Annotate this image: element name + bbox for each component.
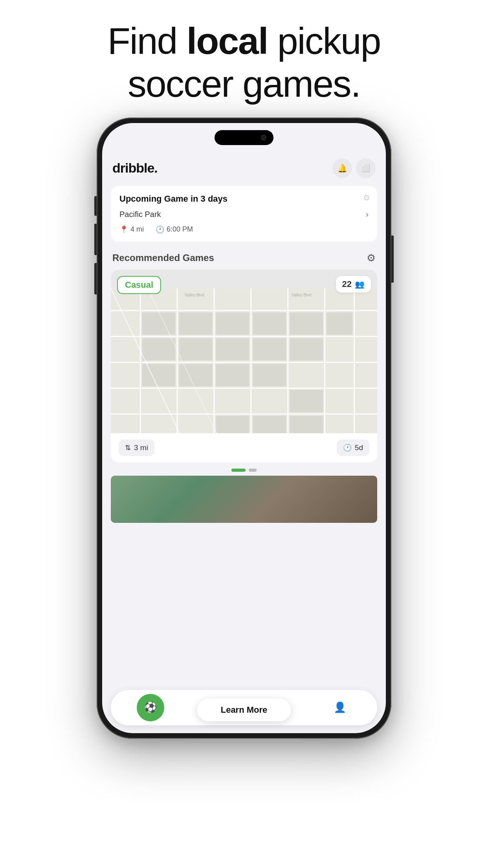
route-icon: ⇅: [125, 443, 131, 452]
svg-rect-19: [327, 312, 352, 334]
svg-rect-14: [142, 338, 176, 360]
dot-1: [231, 469, 246, 472]
recommended-settings-icon[interactable]: ⚙: [367, 252, 376, 264]
hero-text: Find local pickup soccer games.: [108, 20, 381, 106]
svg-text:Valley Blvd: Valley Blvd: [292, 293, 312, 297]
svg-rect-13: [142, 312, 176, 334]
dot-2: [249, 469, 257, 472]
card-distance: 3 mi: [134, 443, 148, 452]
learn-more-label: Learn More: [221, 705, 268, 715]
chevron-right-icon[interactable]: ›: [366, 210, 369, 220]
hero-bold: local: [187, 20, 268, 62]
card-distance-badge: ⇅ 3 mi: [119, 440, 154, 456]
distance-value: 4 mi: [130, 225, 144, 234]
svg-text:Valley Blvd: Valley Blvd: [185, 293, 205, 297]
svg-rect-25: [179, 364, 213, 386]
svg-rect-22: [216, 338, 250, 360]
nav-profile[interactable]: 👤: [328, 696, 352, 719]
learn-more-button[interactable]: Learn More: [197, 699, 291, 721]
preview-strip: [111, 476, 377, 523]
svg-rect-27: [253, 364, 286, 386]
distance-meta: 📍 4 mi: [119, 225, 144, 234]
people-icon: 👥: [355, 280, 365, 289]
nav-home[interactable]: ⚽: [137, 694, 164, 721]
profile-icon: 👤: [334, 701, 346, 714]
player-count-badge: 22 👥: [336, 276, 371, 292]
casual-badge: Casual: [117, 276, 161, 294]
hero-line2: soccer games.: [108, 63, 381, 105]
bell-icon: 🔔: [338, 164, 347, 173]
svg-rect-24: [290, 338, 323, 360]
app-content: dribble. 🔔 ⬜ Upcoming Game in 3 days ⚙ P…: [102, 123, 386, 733]
card-clock-icon: 🕐: [343, 443, 352, 452]
power-button: [391, 235, 394, 283]
svg-rect-26: [216, 364, 250, 386]
card-settings-icon[interactable]: ⚙: [363, 193, 370, 202]
svg-rect-17: [253, 312, 286, 334]
svg-rect-15: [179, 312, 213, 334]
card-days: 5d: [355, 443, 363, 452]
svg-rect-23: [253, 338, 286, 360]
game-type-label: Casual: [125, 280, 153, 290]
recommended-title: Recommended Games: [112, 252, 214, 263]
game-map-card[interactable]: Valley Blvd Valley Blvd Casual 22 👥: [111, 270, 377, 462]
time-meta: 🕐 6:00 PM: [156, 225, 193, 234]
notification-button[interactable]: 🔔: [332, 158, 352, 178]
phone-screen: dribble. 🔔 ⬜ Upcoming Game in 3 days ⚙ P…: [102, 123, 386, 733]
header-icons: 🔔 ⬜: [332, 158, 376, 178]
upcoming-game-card[interactable]: Upcoming Game in 3 days ⚙ Pacific Park ›…: [111, 186, 377, 242]
svg-rect-18: [290, 312, 323, 334]
svg-rect-21: [179, 338, 213, 360]
player-count: 22: [342, 279, 352, 289]
upcoming-game-title: Upcoming Game in 3 days: [119, 194, 227, 204]
soccer-ball-icon: ⚽: [144, 701, 157, 714]
pin-icon: 📍: [119, 225, 128, 234]
time-value: 6:00 PM: [167, 225, 193, 234]
app-logo: dribble.: [112, 160, 158, 176]
message-icon: ⬜: [361, 164, 370, 173]
app-header: dribble. 🔔 ⬜: [111, 158, 377, 178]
message-button[interactable]: ⬜: [356, 158, 376, 178]
camera-dot: [261, 135, 266, 140]
phone-mockup: dribble. 🔔 ⬜ Upcoming Game in 3 days ⚙ P…: [97, 118, 391, 739]
card-time-badge: 🕐 5d: [337, 440, 369, 456]
recommended-section-header: Recommended Games ⚙: [111, 252, 377, 264]
meta-row: 📍 4 mi 🕐 6:00 PM: [119, 225, 369, 234]
location-row: Pacific Park ›: [119, 210, 369, 220]
svg-rect-28: [290, 390, 323, 412]
pagination-dots: [111, 469, 377, 472]
svg-rect-20: [142, 364, 176, 386]
svg-rect-16: [216, 312, 250, 334]
clock-icon: 🕐: [156, 225, 164, 234]
location-name: Pacific Park: [119, 210, 161, 219]
preview-image: [111, 476, 377, 523]
dynamic-island: [215, 130, 273, 145]
card-bottom-row: ⇅ 3 mi 🕐 5d: [111, 433, 377, 462]
